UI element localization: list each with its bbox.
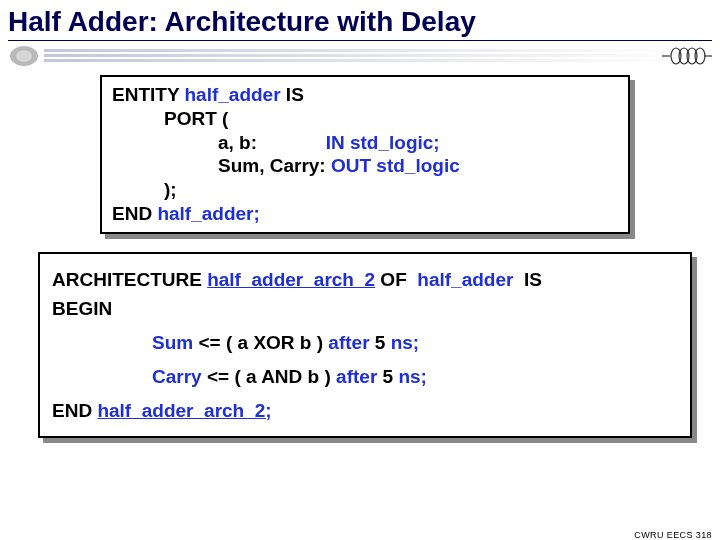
architecture-code-box: ARCHITECTURE half_adder_arch_2 OF half_a… [38,252,692,439]
entity-line-sc: Sum, Carry: OUT std_logic [218,154,618,178]
entity-code-box: ENTITY half_adder IS PORT ( a, b: IN std… [100,75,630,234]
dir-out: OUT std_logic [326,155,460,176]
kw-is2: IS [513,269,542,290]
title-underline [8,40,712,41]
entity-name: half_adder [185,84,281,105]
op-and: <= ( a AND b ) [202,366,336,387]
kw-entity: ENTITY [112,84,185,105]
slide-title: Half Adder: Architecture with Delay [0,0,720,40]
delay-2: 5 [377,366,398,387]
carry-sig: Carry [152,366,202,387]
crest-icon [4,43,44,69]
arch-end-name: half_adder_arch_2; [97,400,271,421]
kw-after-1: after [328,332,369,353]
kw-of: OF [375,269,417,290]
kw-end2: END [52,400,97,421]
delay-1: 5 [370,332,391,353]
arch-entity-ref: half_adder [417,269,513,290]
kw-is: IS [281,84,304,105]
kw-after-2: after [336,366,377,387]
sig-ab: a, b: [218,132,257,153]
entity-line-port: PORT ( [164,107,618,131]
entity-line-close: ); [164,178,618,202]
sum-sig: Sum [152,332,193,353]
kw-ns-1: ns; [391,332,420,353]
footer-text: CWRU EECS 318 [634,530,712,540]
kw-arch: ARCHITECTURE [52,269,207,290]
coil-icon [662,45,712,67]
decorative-bar [8,43,712,71]
sig-sc: Sum, Carry: [218,155,326,176]
entity-end-name: half_adder; [157,203,259,224]
entity-line-1: ENTITY half_adder IS [112,83,618,107]
arch-line-1: ARCHITECTURE half_adder_arch_2 OF half_a… [52,268,678,292]
arch-name: half_adder_arch_2 [207,269,375,290]
gradient-lines-icon [44,47,658,65]
op-xor: <= ( a XOR b ) [193,332,328,353]
svg-point-1 [16,50,32,62]
arch-end-line: END half_adder_arch_2; [52,399,678,423]
kw-ns-2: ns; [398,366,427,387]
arch-begin: BEGIN [52,297,678,321]
entity-line-end: END half_adder; [112,202,618,226]
arch-carry-line: Carry <= ( a AND b ) after 5 ns; [152,365,678,389]
entity-line-ab: a, b: IN std_logic; [218,131,618,155]
kw-end: END [112,203,157,224]
arch-sum-line: Sum <= ( a XOR b ) after 5 ns; [152,331,678,355]
dir-in: IN std_logic; [326,132,440,153]
